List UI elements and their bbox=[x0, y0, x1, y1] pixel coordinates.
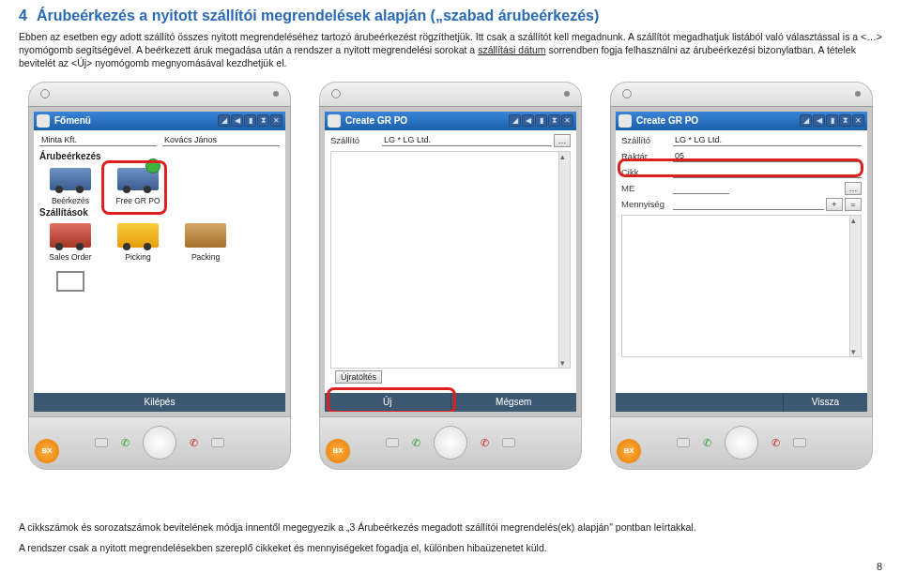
device-bottom-bezel: BX ✆ ✆ bbox=[319, 417, 582, 470]
device-top-bezel bbox=[319, 82, 582, 106]
list-area[interactable] bbox=[330, 151, 571, 369]
clock-icon: ⧗ bbox=[257, 114, 269, 127]
screen: Főmenü ◢ ◀ ▮ ⧗ ✕ Minta Kft. Kovács János bbox=[34, 112, 285, 412]
bx-badge-icon: BX bbox=[617, 439, 641, 463]
device-row: Főmenü ◢ ◀ ▮ ⧗ ✕ Minta Kft. Kovács János bbox=[19, 82, 882, 470]
screen: Create GR PO ◢ ◀ ▮ ⧗ ✕ Szállító LG * LG … bbox=[325, 112, 576, 412]
device-bottom-bezel: BX ✆ ✆ bbox=[28, 417, 291, 470]
me-lookup-button[interactable]: … bbox=[845, 182, 862, 195]
qty-label: Mennyiség bbox=[621, 199, 673, 209]
new-button[interactable]: Új bbox=[325, 393, 451, 412]
bottom-notes: A cikkszámok és sorozatszámok beviteléne… bbox=[19, 520, 882, 555]
icon-free-gr-po[interactable]: Free GR PO bbox=[107, 162, 169, 205]
equals-button[interactable]: = bbox=[845, 198, 862, 211]
battery-icon: ▮ bbox=[826, 114, 838, 127]
start-icon[interactable] bbox=[37, 114, 50, 128]
reload-button[interactable]: Újratöltés bbox=[335, 370, 382, 384]
camera-icon bbox=[564, 91, 570, 97]
device-1: Főmenü ◢ ◀ ▮ ⧗ ✕ Minta Kft. Kovács János bbox=[19, 82, 300, 470]
supplier-label: Szállító bbox=[330, 135, 382, 145]
company-field: Minta Kft. bbox=[39, 134, 157, 146]
supplier-label: Szállító bbox=[621, 135, 673, 145]
qty-input[interactable] bbox=[673, 198, 824, 210]
scrollbar[interactable] bbox=[849, 216, 861, 356]
camera-icon bbox=[273, 91, 279, 97]
close-icon[interactable]: ✕ bbox=[561, 114, 573, 127]
hw-button bbox=[793, 438, 806, 447]
icon-beerkezes[interactable]: Beérkezés bbox=[39, 162, 101, 205]
title-bar: Create GR PO ◢ ◀ ▮ ⧗ ✕ bbox=[616, 112, 867, 130]
list-area[interactable] bbox=[621, 215, 862, 357]
power-icon bbox=[331, 89, 341, 98]
supplier-input[interactable]: LG * LG Ltd. bbox=[673, 134, 862, 146]
hw-button bbox=[677, 438, 690, 447]
volume-icon: ◀ bbox=[522, 114, 534, 127]
icon-picking-label: Picking bbox=[125, 253, 150, 262]
cancel-button[interactable]: Mégsem bbox=[451, 393, 577, 412]
plus-button[interactable]: + bbox=[826, 198, 843, 211]
hangup-icon: ✆ bbox=[481, 437, 489, 449]
dpad-icon bbox=[143, 426, 176, 460]
note-1: A cikkszámok és sorozatszámok beviteléne… bbox=[19, 520, 882, 535]
signal-icon: ◢ bbox=[218, 114, 230, 127]
title-bar: Create GR PO ◢ ◀ ▮ ⧗ ✕ bbox=[325, 112, 576, 130]
screen-frame: Főmenü ◢ ◀ ▮ ⧗ ✕ Minta Kft. Kovács János bbox=[28, 106, 291, 417]
content-area: Szállító LG * LG Ltd. … Újratöltés bbox=[325, 130, 576, 386]
clock-icon: ⧗ bbox=[839, 114, 851, 127]
volume-icon: ◀ bbox=[231, 114, 243, 127]
call-icon: ✆ bbox=[121, 437, 130, 449]
window-title: Főmenü bbox=[53, 115, 215, 126]
status-icons: ◢ ◀ ▮ ⧗ ✕ bbox=[509, 114, 573, 127]
device-top-bezel bbox=[28, 82, 291, 106]
screen-frame: Create GR PO ◢ ◀ ▮ ⧗ ✕ Szállító LG * LG … bbox=[610, 106, 873, 417]
section-arubeerkezes: Árubeérkezés bbox=[39, 151, 280, 161]
scrollbar[interactable] bbox=[558, 152, 570, 368]
me-label: ME bbox=[621, 183, 673, 193]
exit-button[interactable]: Kilépés bbox=[34, 393, 285, 412]
icon-sales-order[interactable]: Sales Order bbox=[39, 219, 101, 262]
section-szallitasok: Szállítások bbox=[39, 207, 280, 218]
supplier-lookup-button[interactable]: … bbox=[554, 134, 571, 147]
start-icon[interactable] bbox=[618, 114, 632, 128]
power-icon bbox=[40, 89, 50, 98]
clock-icon: ⧗ bbox=[548, 114, 560, 127]
start-icon[interactable] bbox=[328, 114, 341, 128]
close-icon[interactable]: ✕ bbox=[270, 114, 283, 127]
hw-button bbox=[502, 438, 515, 447]
device-bottom-bezel: BX ✆ ✆ bbox=[610, 417, 873, 470]
page-number: 8 bbox=[19, 561, 882, 572]
dpad-icon bbox=[434, 426, 467, 460]
warehouse-label: Raktár bbox=[621, 151, 673, 161]
device-3: Create GR PO ◢ ◀ ▮ ⧗ ✕ Szállító LG * LG … bbox=[601, 82, 882, 470]
content-area: Minta Kft. Kovács János Árubeérkezés Beé… bbox=[34, 130, 285, 304]
hw-button bbox=[386, 438, 399, 447]
back-button[interactable]: Vissza bbox=[784, 393, 867, 412]
battery-icon: ▮ bbox=[244, 114, 256, 127]
icon-sales-order-label: Sales Order bbox=[49, 253, 91, 262]
icon-beerkezes-label: Beérkezés bbox=[52, 197, 89, 205]
signal-icon: ◢ bbox=[509, 114, 521, 127]
hw-button bbox=[211, 438, 224, 447]
warehouse-input[interactable]: 05 bbox=[673, 150, 862, 162]
camera-icon bbox=[855, 91, 861, 97]
icon-report[interactable] bbox=[39, 264, 101, 298]
content-area: Szállító LG * LG Ltd. Raktár 05 Cikk ME bbox=[616, 130, 867, 360]
icon-packing[interactable]: Packing bbox=[175, 219, 237, 262]
icon-picking[interactable]: Picking bbox=[107, 219, 169, 262]
note-2: A rendszer csak a nyitott megrendelésekb… bbox=[19, 541, 882, 555]
username-field: Kovács János bbox=[162, 134, 280, 146]
volume-icon: ◀ bbox=[813, 114, 825, 127]
screen-frame: Create GR PO ◢ ◀ ▮ ⧗ ✕ Szállító LG * LG … bbox=[319, 106, 582, 417]
power-icon bbox=[622, 89, 632, 98]
intro-underline: szállítási dátum bbox=[478, 44, 545, 55]
call-icon: ✆ bbox=[703, 437, 711, 449]
device-2: Create GR PO ◢ ◀ ▮ ⧗ ✕ Szállító LG * LG … bbox=[310, 82, 591, 470]
supplier-input[interactable]: LG * LG Ltd. bbox=[382, 134, 552, 146]
item-input[interactable] bbox=[673, 166, 862, 178]
bx-badge-icon: BX bbox=[326, 439, 350, 463]
signal-icon: ◢ bbox=[800, 114, 812, 127]
close-icon[interactable]: ✕ bbox=[852, 114, 864, 127]
status-icons: ◢ ◀ ▮ ⧗ ✕ bbox=[800, 114, 864, 127]
hangup-icon: ✆ bbox=[190, 437, 198, 449]
me-input[interactable] bbox=[673, 182, 729, 194]
